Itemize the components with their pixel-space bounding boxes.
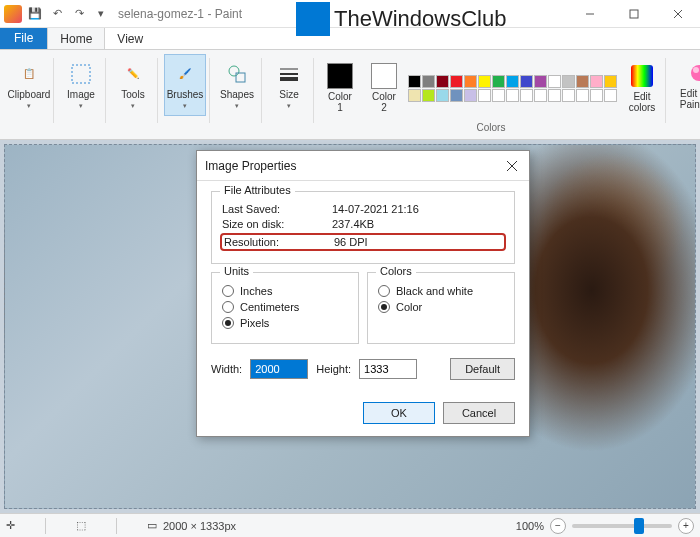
ribbon: 📋 Clipboard ▾ Image ▾ ✏️ Tools ▾ 🖌️ Brus… bbox=[0, 50, 700, 140]
color-swatch[interactable] bbox=[478, 89, 491, 102]
size-icon bbox=[276, 61, 302, 87]
pencil-icon: ✏️ bbox=[120, 61, 146, 87]
color-swatch[interactable] bbox=[548, 75, 561, 88]
color-swatch[interactable] bbox=[562, 89, 575, 102]
color-swatch[interactable] bbox=[408, 89, 421, 102]
maximize-button[interactable] bbox=[612, 0, 656, 28]
group-brushes: 🖌️ Brushes ▾ bbox=[160, 52, 210, 137]
units-label: Units bbox=[220, 265, 253, 277]
selection-size: ⬚ bbox=[76, 519, 86, 532]
tab-file[interactable]: File bbox=[0, 27, 47, 49]
color2-button[interactable]: Color 2 bbox=[364, 57, 404, 119]
color1-button[interactable]: Color 1 bbox=[320, 57, 360, 119]
zoom-slider[interactable] bbox=[572, 524, 672, 528]
radio-bw[interactable]: Black and white bbox=[378, 285, 504, 297]
zoom-value: 100% bbox=[516, 520, 544, 532]
zoom-in-button[interactable]: + bbox=[678, 518, 694, 534]
brushes-button[interactable]: 🖌️ Brushes ▾ bbox=[164, 54, 206, 116]
color-swatch[interactable] bbox=[548, 89, 561, 102]
shapes-icon bbox=[224, 61, 250, 87]
color-swatch[interactable] bbox=[436, 75, 449, 88]
group-shapes: Shapes ▾ bbox=[212, 52, 262, 137]
radio-icon bbox=[378, 285, 390, 297]
image-button[interactable]: Image ▾ bbox=[60, 54, 102, 116]
color-swatch[interactable] bbox=[590, 75, 603, 88]
svg-point-5 bbox=[229, 66, 239, 76]
color-swatch[interactable] bbox=[534, 89, 547, 102]
color-swatch[interactable] bbox=[464, 75, 477, 88]
dialog-titlebar[interactable]: Image Properties bbox=[197, 151, 529, 181]
close-button[interactable] bbox=[656, 0, 700, 28]
color-swatch[interactable] bbox=[450, 89, 463, 102]
selection-icon: ⬚ bbox=[76, 519, 86, 532]
select-icon bbox=[68, 61, 94, 87]
color-swatch[interactable] bbox=[590, 89, 603, 102]
window-controls bbox=[568, 0, 700, 28]
svg-point-12 bbox=[693, 67, 699, 73]
dialog-close-button[interactable] bbox=[503, 157, 521, 175]
file-attributes-group: File Attributes Last Saved:14-07-2021 21… bbox=[211, 191, 515, 264]
save-icon[interactable]: 💾 bbox=[26, 5, 44, 23]
paste-icon: 📋 bbox=[16, 61, 42, 87]
zoom-control: 100% − + bbox=[516, 518, 694, 534]
group-size: Size ▾ bbox=[264, 52, 314, 137]
height-input[interactable] bbox=[359, 359, 417, 379]
color-swatch[interactable] bbox=[478, 75, 491, 88]
color-swatch[interactable] bbox=[450, 75, 463, 88]
minimize-button[interactable] bbox=[568, 0, 612, 28]
color-swatch[interactable] bbox=[436, 89, 449, 102]
color-swatch[interactable] bbox=[604, 89, 617, 102]
size-button[interactable]: Size ▾ bbox=[268, 54, 310, 116]
undo-icon[interactable]: ↶ bbox=[48, 5, 66, 23]
last-saved-value: 14-07-2021 21:16 bbox=[332, 203, 419, 215]
color-swatch[interactable] bbox=[520, 75, 533, 88]
color-swatch[interactable] bbox=[422, 75, 435, 88]
default-button[interactable]: Default bbox=[450, 358, 515, 380]
svg-rect-1 bbox=[630, 10, 638, 18]
qat-dropdown-icon[interactable]: ▾ bbox=[92, 5, 110, 23]
zoom-thumb[interactable] bbox=[634, 518, 644, 534]
color-swatch[interactable] bbox=[576, 89, 589, 102]
color-swatch[interactable] bbox=[506, 89, 519, 102]
width-input[interactable] bbox=[250, 359, 308, 379]
group-tools: ✏️ Tools ▾ bbox=[108, 52, 158, 137]
color-swatch[interactable] bbox=[506, 75, 519, 88]
color-swatch[interactable] bbox=[408, 75, 421, 88]
canvas-dims-value: 2000 × 1333px bbox=[163, 520, 236, 532]
color-swatch[interactable] bbox=[492, 75, 505, 88]
color-swatch[interactable] bbox=[562, 75, 575, 88]
color-swatch[interactable] bbox=[520, 89, 533, 102]
canvas-dims: ▭2000 × 1333px bbox=[147, 519, 236, 532]
svg-rect-10 bbox=[631, 65, 653, 87]
paint3d-icon bbox=[686, 60, 700, 86]
tab-home[interactable]: Home bbox=[47, 27, 105, 49]
color-swatch[interactable] bbox=[534, 75, 547, 88]
tools-button[interactable]: ✏️ Tools ▾ bbox=[112, 54, 154, 116]
zoom-out-button[interactable]: − bbox=[550, 518, 566, 534]
paint3d-button[interactable]: Edit with Paint 3D bbox=[672, 54, 700, 116]
shapes-button[interactable]: Shapes ▾ bbox=[216, 54, 258, 116]
radio-centimeters[interactable]: Centimeters bbox=[222, 301, 348, 313]
cancel-button[interactable]: Cancel bbox=[443, 402, 515, 424]
group-image: Image ▾ bbox=[56, 52, 106, 137]
color-swatch[interactable] bbox=[604, 75, 617, 88]
edit-colors-button[interactable]: Edit colors bbox=[622, 57, 662, 119]
color-swatch[interactable] bbox=[492, 89, 505, 102]
radio-inches[interactable]: Inches bbox=[222, 285, 348, 297]
clipboard-button[interactable]: 📋 Clipboard ▾ bbox=[8, 54, 50, 116]
radio-color[interactable]: Color bbox=[378, 301, 504, 313]
color-swatch[interactable] bbox=[422, 89, 435, 102]
file-attributes-label: File Attributes bbox=[220, 184, 295, 196]
image-properties-dialog: Image Properties File Attributes Last Sa… bbox=[196, 150, 530, 437]
tab-view[interactable]: View bbox=[105, 27, 155, 49]
color-swatch[interactable] bbox=[576, 75, 589, 88]
color1-swatch bbox=[327, 63, 353, 89]
radio-pixels[interactable]: Pixels bbox=[222, 317, 348, 329]
redo-icon[interactable]: ↷ bbox=[70, 5, 88, 23]
ok-button[interactable]: OK bbox=[363, 402, 435, 424]
crosshair-icon: ✛ bbox=[6, 519, 15, 532]
windows-logo-icon bbox=[296, 2, 330, 36]
color2-swatch bbox=[371, 63, 397, 89]
color-swatch[interactable] bbox=[464, 89, 477, 102]
radio-icon bbox=[222, 317, 234, 329]
